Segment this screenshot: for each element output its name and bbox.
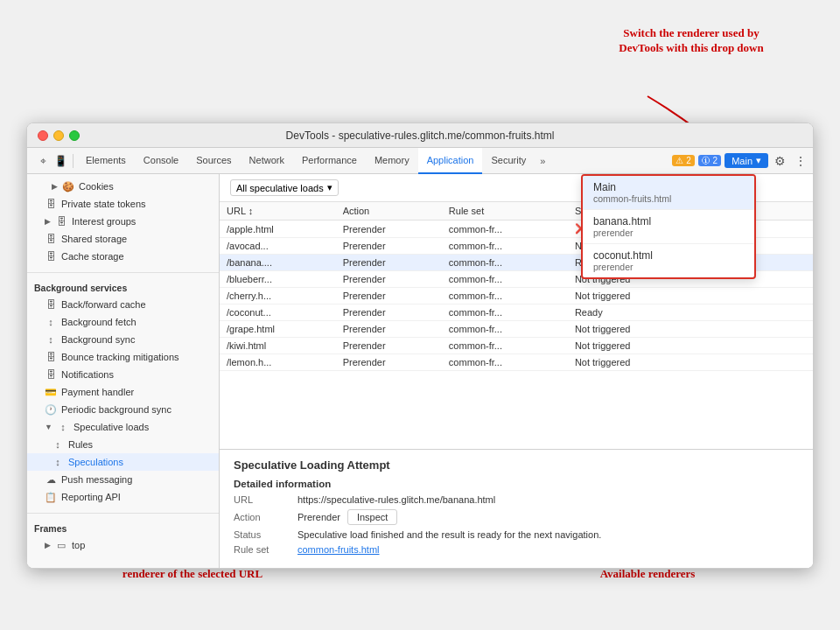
renderer-item-main[interactable]: Main common-fruits.html: [583, 176, 754, 210]
db-icon-ss: 🗄: [45, 234, 57, 244]
tab-memory[interactable]: Memory: [366, 148, 418, 174]
close-button[interactable]: [38, 130, 48, 141]
sidebar-label-ss: Shared storage: [61, 234, 127, 244]
cell-url: /banana....: [220, 255, 336, 271]
rules-icon: ↕: [52, 439, 64, 450]
cell-action: Prerender: [336, 321, 442, 338]
sidebar-item-bounce-tracking[interactable]: 🗄 Bounce tracking mitigations: [27, 348, 219, 366]
tab-elements[interactable]: Elements: [77, 148, 135, 174]
ruleset-value[interactable]: common-fruits.html: [298, 544, 380, 555]
info-badge[interactable]: 🛈 2: [698, 155, 721, 166]
action-value: Prerender: [298, 512, 340, 522]
annotation-top-right-text: Switch the renderer used byDevTools with…: [619, 26, 763, 54]
cell-status: Ready: [568, 304, 813, 321]
speculations-icon: ↕: [52, 457, 64, 467]
expand-arrow-cookies: ▶: [52, 182, 58, 191]
sidebar-label-bg-fetch: Background fetch: [61, 317, 136, 327]
sidebar-item-speculative-loads[interactable]: ▼ ↕ Speculative loads: [27, 418, 219, 436]
sidebar-item-bg-sync[interactable]: ↕ Background sync: [27, 331, 219, 348]
cell-url: /cherry.h...: [220, 288, 336, 304]
db-icon-ig: 🗄: [55, 216, 67, 227]
table-row[interactable]: /cherry.h...Prerendercommon-fr...Not tri…: [220, 288, 813, 304]
sidebar-item-shared-storage[interactable]: 🗄 Shared storage: [27, 230, 219, 248]
gear-icon[interactable]: ⚙: [772, 154, 788, 168]
sidebar-item-bg-fetch[interactable]: ↕ Background fetch: [27, 313, 219, 331]
tab-application[interactable]: Application: [418, 148, 483, 174]
more-options-icon[interactable]: ⋮: [792, 154, 809, 168]
bfcache-icon: 🗄: [45, 299, 57, 310]
cell-action: Prerender: [336, 238, 442, 255]
cell-status: Not triggered: [568, 321, 813, 338]
table-row[interactable]: /lemon.h...Prerendercommon-fr...Not trig…: [220, 354, 813, 371]
sidebar-item-reporting-api[interactable]: 📋 Reporting API: [27, 488, 219, 506]
cell-ruleset: common-fr...: [442, 321, 568, 338]
cell-ruleset: common-fr...: [442, 220, 568, 238]
background-services-section: Background services 🗄 Back/forward cache…: [27, 276, 219, 509]
sidebar-item-push-messaging[interactable]: ☁ Push messaging: [27, 471, 219, 488]
cell-url: /coconut...: [220, 304, 336, 321]
sidebar-label-bfcache: Back/forward cache: [61, 299, 146, 310]
renderer-item-coconut[interactable]: coconut.html prerender: [583, 244, 754, 277]
sidebar-label-reporting: Reporting API: [61, 492, 121, 502]
sidebar-label-notifications: Notifications: [61, 369, 114, 380]
cookie-icon: 🍪: [62, 181, 74, 192]
reporting-icon: 📋: [45, 492, 57, 503]
renderer-dropdown[interactable]: Main ▾: [724, 153, 768, 168]
tab-security[interactable]: Security: [482, 148, 535, 174]
frames-header: Frames: [27, 521, 219, 536]
renderer-label: Main: [732, 156, 752, 166]
maximize-button[interactable]: [69, 130, 80, 141]
cell-status: Not triggered: [568, 288, 813, 304]
table-row[interactable]: /kiwi.htmlPrerendercommon-fr...Not trigg…: [220, 338, 813, 354]
cursor-icon[interactable]: ⌖: [36, 154, 50, 168]
sidebar-item-rules[interactable]: ↕ Rules: [27, 436, 219, 453]
sidebar-item-payment-handler[interactable]: 💳 Payment handler: [27, 383, 219, 401]
sidebar-item-speculations[interactable]: ↕ Speculations: [27, 453, 219, 471]
detail-url-row: URL https://speculative-rules.glitch.me/…: [234, 494, 799, 505]
mobile-icon[interactable]: 📱: [53, 154, 67, 168]
sidebar-label-cs: Cache storage: [61, 251, 124, 262]
expand-arrow-spec: ▼: [45, 423, 52, 431]
frame-icon: ▭: [55, 540, 67, 551]
bg-sync-icon: ↕: [45, 334, 57, 345]
devtools-window: DevTools - speculative-rules.glitch.me/c…: [26, 122, 814, 569]
renderer-item-banana[interactable]: banana.html prerender: [583, 210, 754, 244]
sidebar-item-notifications[interactable]: 🗄 Notifications: [27, 366, 219, 383]
sidebar-item-private-state-tokens[interactable]: 🗄 Private state tokens: [27, 195, 219, 213]
cell-ruleset: common-fr...: [442, 304, 568, 321]
filter-dropdown[interactable]: All speculative loads ▾: [230, 179, 339, 196]
col-url: URL ↕: [220, 202, 336, 220]
sidebar-item-cache-storage[interactable]: 🗄 Cache storage: [27, 248, 219, 265]
inspect-button[interactable]: Inspect: [347, 509, 397, 525]
table-row[interactable]: /coconut...Prerendercommon-fr...Ready: [220, 304, 813, 321]
sidebar-item-top[interactable]: ▶ ▭ top: [27, 536, 219, 554]
renderer-coconut-name: coconut.html: [593, 249, 744, 262]
cell-ruleset: common-fr...: [442, 354, 568, 371]
sidebar-label-speculations: Speculations: [68, 457, 123, 467]
url-value: https://speculative-rules.glitch.me/bana…: [298, 494, 495, 505]
sidebar-item-periodic-sync[interactable]: 🕐 Periodic background sync: [27, 401, 219, 418]
sidebar-item-interest-groups[interactable]: ▶ 🗄 Interest groups: [27, 213, 219, 230]
annotation-top-right: Switch the renderer used byDevTools with…: [595, 26, 788, 56]
cell-ruleset: common-fr...: [442, 271, 568, 288]
table-row[interactable]: /grape.htmlPrerendercommon-fr...Not trig…: [220, 321, 813, 338]
sidebar-label-pst: Private state tokens: [61, 199, 146, 209]
tab-performance[interactable]: Performance: [293, 148, 366, 174]
tab-sources[interactable]: Sources: [187, 148, 240, 174]
push-icon: ☁: [45, 474, 57, 486]
tab-network[interactable]: Network: [241, 148, 293, 174]
action-label: Action: [234, 512, 290, 522]
cell-ruleset: common-fr...: [442, 255, 568, 271]
tab-console[interactable]: Console: [135, 148, 187, 174]
warning-badge[interactable]: ⚠ 2: [672, 155, 694, 166]
periodic-icon: 🕐: [45, 404, 57, 416]
tab-overflow[interactable]: »: [535, 156, 550, 166]
spec-loads-icon: ↕: [57, 422, 69, 432]
col-action: Action: [336, 202, 442, 220]
minimize-button[interactable]: [53, 130, 64, 141]
sidebar-item-bfcache[interactable]: 🗄 Back/forward cache: [27, 296, 219, 313]
col-ruleset: Rule set: [442, 202, 568, 220]
payment-icon: 💳: [45, 387, 57, 398]
sidebar-item-cookies[interactable]: ▶ 🍪 Cookies: [27, 178, 219, 195]
renderer-arrow: ▾: [756, 155, 761, 166]
